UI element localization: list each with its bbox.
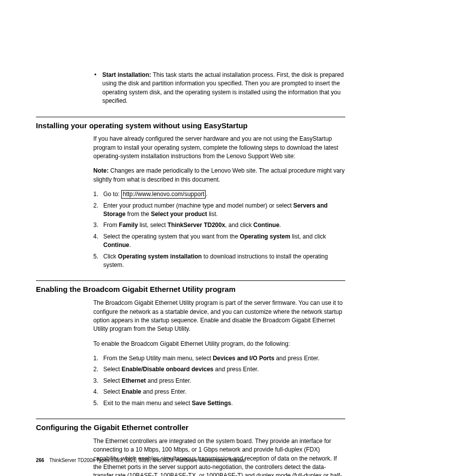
s1-intro: If you have already configured the serve…: [93, 135, 345, 161]
note-text: Changes are made periodically to the Len…: [93, 167, 345, 183]
page-number: 266: [36, 458, 44, 463]
s2-step-2: Select Enable/Disable onboard devices an…: [93, 365, 345, 374]
page-footer: 266ThinkServer TD200x Types 3719, 3821, …: [36, 457, 245, 465]
s1-step-1: Go to: http://www.lenovo.com/support.: [93, 190, 345, 199]
s2-step-5: Exit to the main menu and select Save Se…: [93, 399, 345, 408]
s1-step-5: Click Operating system installation to d…: [93, 252, 345, 270]
intro-bullet-block: Start installation: This task starts the…: [93, 71, 345, 106]
bullet-start-installation: Start installation: This task starts the…: [93, 71, 345, 106]
s2-intro: The Broadcom Gigabit Ethernet Utility pr…: [93, 299, 345, 334]
heading-install-without-easystartup: Installing your operating system without…: [36, 117, 345, 131]
s1-step-3: From Family list, select ThinkServer TD2…: [93, 221, 345, 230]
s2-step-3: Select Ethernet and press Enter.: [93, 377, 345, 385]
s2-steps: From the Setup Utility main menu, select…: [93, 354, 345, 408]
heading-enable-broadcom: Enabling the Broadcom Gigabit Ethernet U…: [36, 280, 345, 295]
note-label: Note:: [93, 167, 109, 174]
s2-lead: To enable the Broadcom Gigabit Ethernet …: [93, 340, 345, 348]
s1-step-2: Enter your product number (machine type …: [93, 202, 345, 219]
s1-note: Note: Changes are made periodically to t…: [93, 167, 345, 184]
section-1: If you have already configured the serve…: [93, 135, 345, 269]
page-content: Start installation: This task starts the…: [36, 71, 345, 476]
s1-steps: Go to: http://www.lenovo.com/support. En…: [93, 190, 345, 269]
heading-config-ethernet: Configuring the Gigabit Ethernet control…: [36, 419, 345, 433]
section-2: The Broadcom Gigabit Ethernet Utility pr…: [93, 299, 345, 408]
bullet-label: Start installation:: [102, 71, 151, 78]
support-link[interactable]: http://www.lenovo.com/support: [121, 190, 206, 198]
s1-step-4: Select the operating system that you wan…: [93, 233, 345, 250]
page: Start installation: This task starts the…: [0, 0, 476, 476]
s2-step-1: From the Setup Utility main menu, select…: [93, 354, 345, 363]
s2-step-4: Select Enable and press Enter.: [93, 388, 345, 396]
footer-text: ThinkServer TD200x Types 3719, 3821, 382…: [49, 458, 245, 463]
